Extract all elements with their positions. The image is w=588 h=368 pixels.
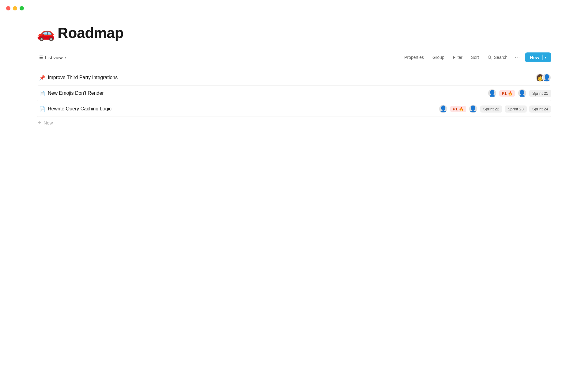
priority-badge: P1 🔥 xyxy=(499,90,515,97)
close-button[interactable] xyxy=(6,6,10,10)
list-item[interactable]: 📄 Rewrite Query Caching Logic 👤 P1 🔥 👤 S… xyxy=(37,101,551,117)
toolbar-left: ☰ List view ▾ xyxy=(37,54,69,61)
task-list: 📌 Improve Third Party Integrations 👩 👤 📄… xyxy=(37,69,551,128)
avatar: 👤 xyxy=(439,104,448,113)
properties-button[interactable]: Properties xyxy=(401,53,428,62)
sprint-badge: Sprint 22 xyxy=(480,105,502,113)
group-button[interactable]: Group xyxy=(429,53,448,62)
add-new-item-row[interactable]: + New xyxy=(37,117,551,128)
filter-button[interactable]: Filter xyxy=(449,53,466,62)
new-button[interactable]: New ▾ xyxy=(525,52,551,62)
sprint-badge: Sprint 21 xyxy=(529,90,551,97)
sort-label: Sort xyxy=(471,55,479,60)
list-item[interactable]: 📄 New Emojis Don't Render 👤 P1 🔥 👤 Sprin… xyxy=(37,86,551,101)
avatar: 👤 xyxy=(488,89,497,98)
search-button[interactable]: Search xyxy=(484,53,511,62)
more-icon: ··· xyxy=(515,54,521,60)
item-title: Rewrite Query Caching Logic xyxy=(48,106,439,112)
sort-button[interactable]: Sort xyxy=(467,53,483,62)
filter-label: Filter xyxy=(453,55,462,60)
list-view-icon: ☰ xyxy=(39,55,43,60)
avatar: 👤 xyxy=(542,73,551,82)
search-icon xyxy=(488,55,492,60)
new-item-label: New xyxy=(44,120,53,125)
list-item[interactable]: 📌 Improve Third Party Integrations 👩 👤 xyxy=(37,70,551,86)
item-icon-pin: 📌 xyxy=(37,75,48,81)
properties-label: Properties xyxy=(404,55,424,60)
item-meta: 👤 P1 🔥 👤 Sprint 21 xyxy=(488,89,551,98)
item-title: Improve Third Party Integrations xyxy=(48,75,535,80)
chevron-down-icon: ▾ xyxy=(65,56,66,59)
group-label: Group xyxy=(432,55,444,60)
page-title: Roadmap xyxy=(58,25,123,41)
avatar-group: 👩 👤 xyxy=(535,73,551,82)
sprint-badge: Sprint 23 xyxy=(505,105,527,113)
avatar: 👤 xyxy=(518,89,527,98)
item-meta: 👩 👤 xyxy=(535,73,551,82)
sprint-badge: Sprint 24 xyxy=(529,105,551,113)
svg-line-1 xyxy=(490,58,492,59)
item-title: New Emojis Don't Render xyxy=(48,90,488,96)
maximize-button[interactable] xyxy=(20,6,24,10)
page-header: 🚗 Roadmap xyxy=(37,25,551,41)
more-options-button[interactable]: ··· xyxy=(512,53,524,62)
search-label: Search xyxy=(494,55,507,60)
item-icon-doc: 📄 xyxy=(37,90,48,96)
new-button-divider xyxy=(542,55,543,60)
avatar: 👤 xyxy=(469,104,478,113)
svg-point-0 xyxy=(488,56,491,58)
traffic-lights xyxy=(6,6,24,10)
view-label: List view xyxy=(45,55,63,60)
plus-icon: + xyxy=(38,120,41,125)
toolbar: ☰ List view ▾ Properties Group Filter So… xyxy=(37,52,551,66)
new-button-label: New xyxy=(530,55,542,60)
item-meta: 👤 P1 🔥 👤 Sprint 22 Sprint 23 Sprint 24 xyxy=(439,104,551,113)
toolbar-right: Properties Group Filter Sort Search ··· xyxy=(401,52,551,62)
new-button-chevron-icon[interactable]: ▾ xyxy=(545,56,546,59)
minimize-button[interactable] xyxy=(13,6,17,10)
view-selector[interactable]: ☰ List view ▾ xyxy=(37,54,69,61)
item-icon-doc: 📄 xyxy=(37,106,48,112)
page-emoji: 🚗 xyxy=(37,26,55,40)
priority-badge: P1 🔥 xyxy=(450,106,466,112)
